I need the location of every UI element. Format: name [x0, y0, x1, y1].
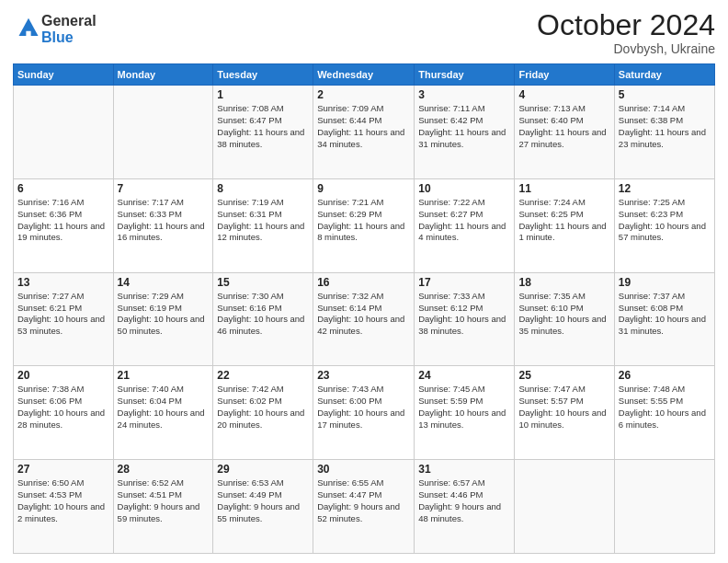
cell-sun-info: Sunrise: 7:24 AMSunset: 6:25 PMDaylight:…: [518, 197, 609, 244]
calendar-cell: 14Sunrise: 7:29 AMSunset: 6:19 PMDayligh…: [113, 272, 213, 366]
cell-sun-info: Sunrise: 7:37 AMSunset: 6:08 PMDaylight:…: [619, 291, 711, 338]
day-number: 19: [619, 276, 711, 289]
day-number: 3: [418, 88, 510, 101]
calendar-cell: [614, 460, 714, 554]
cell-sun-info: Sunrise: 7:09 AMSunset: 6:44 PMDaylight:…: [317, 103, 410, 150]
day-number: 8: [217, 182, 309, 195]
day-number: 22: [217, 369, 309, 382]
day-number: 26: [619, 369, 711, 382]
logo-icon: [16, 17, 41, 42]
cell-sun-info: Sunrise: 6:55 AMSunset: 4:47 PMDaylight:…: [317, 477, 410, 524]
calendar-cell: 16Sunrise: 7:32 AMSunset: 6:14 PMDayligh…: [313, 272, 415, 366]
cell-sun-info: Sunrise: 7:48 AMSunset: 5:55 PMDaylight:…: [619, 384, 711, 431]
calendar-cell: 8Sunrise: 7:19 AMSunset: 6:31 PMDaylight…: [213, 178, 313, 272]
cell-sun-info: Sunrise: 6:50 AMSunset: 4:53 PMDaylight:…: [17, 477, 109, 524]
calendar-cell: 25Sunrise: 7:47 AMSunset: 5:57 PMDayligh…: [515, 366, 614, 460]
day-number: 29: [217, 463, 309, 476]
calendar-cell: 15Sunrise: 7:30 AMSunset: 6:16 PMDayligh…: [213, 272, 313, 366]
weekday-header-thursday: Thursday: [415, 64, 515, 86]
day-number: 21: [118, 369, 210, 382]
calendar-table: SundayMondayTuesdayWednesdayThursdayFrid…: [13, 63, 715, 554]
day-number: 23: [317, 369, 410, 382]
calendar-cell: [14, 86, 114, 179]
cell-sun-info: Sunrise: 7:19 AMSunset: 6:31 PMDaylight:…: [217, 197, 309, 244]
calendar-cell: 20Sunrise: 7:38 AMSunset: 6:06 PMDayligh…: [14, 366, 114, 460]
calendar-cell: 31Sunrise: 6:57 AMSunset: 4:46 PMDayligh…: [415, 460, 515, 554]
day-number: 24: [418, 369, 510, 382]
day-number: 9: [317, 182, 410, 195]
cell-sun-info: Sunrise: 7:38 AMSunset: 6:06 PMDaylight:…: [17, 384, 109, 431]
cell-sun-info: Sunrise: 7:33 AMSunset: 6:12 PMDaylight:…: [418, 291, 510, 338]
day-number: 14: [118, 276, 210, 289]
cell-sun-info: Sunrise: 7:45 AMSunset: 5:59 PMDaylight:…: [418, 384, 510, 431]
weekday-header-saturday: Saturday: [614, 64, 714, 86]
weekday-header-friday: Friday: [515, 64, 614, 86]
cell-sun-info: Sunrise: 6:53 AMSunset: 4:49 PMDaylight:…: [217, 477, 309, 524]
day-number: 13: [17, 276, 109, 289]
calendar-cell: 28Sunrise: 6:52 AMSunset: 4:51 PMDayligh…: [113, 460, 213, 554]
calendar-cell: 29Sunrise: 6:53 AMSunset: 4:49 PMDayligh…: [213, 460, 313, 554]
cell-sun-info: Sunrise: 7:08 AMSunset: 6:47 PMDaylight:…: [217, 103, 309, 150]
day-number: 31: [418, 463, 510, 476]
cell-sun-info: Sunrise: 7:32 AMSunset: 6:14 PMDaylight:…: [317, 291, 410, 338]
day-number: 20: [17, 369, 109, 382]
calendar-cell: 23Sunrise: 7:43 AMSunset: 6:00 PMDayligh…: [313, 366, 415, 460]
calendar-cell: 30Sunrise: 6:55 AMSunset: 4:47 PMDayligh…: [313, 460, 415, 554]
day-number: 12: [619, 182, 711, 195]
weekday-header-wednesday: Wednesday: [313, 64, 415, 86]
day-number: 6: [17, 182, 109, 195]
calendar-cell: 2Sunrise: 7:09 AMSunset: 6:44 PMDaylight…: [313, 86, 415, 179]
calendar-cell: 13Sunrise: 7:27 AMSunset: 6:21 PMDayligh…: [14, 272, 114, 366]
cell-sun-info: Sunrise: 7:47 AMSunset: 5:57 PMDaylight:…: [518, 384, 609, 431]
logo: General Blue: [13, 13, 97, 45]
day-number: 4: [518, 88, 609, 101]
weekday-header-monday: Monday: [113, 64, 213, 86]
day-number: 15: [217, 276, 309, 289]
calendar-cell: 3Sunrise: 7:11 AMSunset: 6:42 PMDaylight…: [415, 86, 515, 179]
calendar-cell: 1Sunrise: 7:08 AMSunset: 6:47 PMDaylight…: [213, 86, 313, 179]
logo-blue-text: Blue: [41, 29, 97, 46]
calendar-cell: 11Sunrise: 7:24 AMSunset: 6:25 PMDayligh…: [515, 178, 614, 272]
day-number: 11: [518, 182, 609, 195]
day-number: 18: [518, 276, 609, 289]
calendar-cell: 4Sunrise: 7:13 AMSunset: 6:40 PMDaylight…: [515, 86, 614, 179]
calendar-cell: 6Sunrise: 7:16 AMSunset: 6:36 PMDaylight…: [14, 178, 114, 272]
calendar-cell: 24Sunrise: 7:45 AMSunset: 5:59 PMDayligh…: [415, 366, 515, 460]
title-block: October 2024 Dovbysh, Ukraine: [537, 9, 715, 56]
day-number: 10: [418, 182, 510, 195]
cell-sun-info: Sunrise: 7:35 AMSunset: 6:10 PMDaylight:…: [518, 291, 609, 338]
cell-sun-info: Sunrise: 7:42 AMSunset: 6:02 PMDaylight:…: [217, 384, 309, 431]
cell-sun-info: Sunrise: 7:29 AMSunset: 6:19 PMDaylight:…: [118, 291, 210, 338]
calendar-cell: 5Sunrise: 7:14 AMSunset: 6:38 PMDaylight…: [614, 86, 714, 179]
day-number: 2: [317, 88, 410, 101]
calendar-cell: 7Sunrise: 7:17 AMSunset: 6:33 PMDaylight…: [113, 178, 213, 272]
calendar-cell: 9Sunrise: 7:21 AMSunset: 6:29 PMDaylight…: [313, 178, 415, 272]
logo-general-text: General: [41, 13, 97, 29]
month-title: October 2024: [537, 9, 715, 41]
location: Dovbysh, Ukraine: [537, 41, 715, 56]
calendar-cell: 26Sunrise: 7:48 AMSunset: 5:55 PMDayligh…: [614, 366, 714, 460]
cell-sun-info: Sunrise: 7:25 AMSunset: 6:23 PMDaylight:…: [619, 197, 711, 244]
day-number: 1: [217, 88, 309, 101]
calendar-cell: 27Sunrise: 6:50 AMSunset: 4:53 PMDayligh…: [14, 460, 114, 554]
day-number: 16: [317, 276, 410, 289]
page-header: General Blue October 2024 Dovbysh, Ukrai…: [13, 9, 715, 56]
calendar-cell: 10Sunrise: 7:22 AMSunset: 6:27 PMDayligh…: [415, 178, 515, 272]
svg-rect-1: [26, 30, 30, 37]
calendar-cell: 17Sunrise: 7:33 AMSunset: 6:12 PMDayligh…: [415, 272, 515, 366]
cell-sun-info: Sunrise: 6:57 AMSunset: 4:46 PMDaylight:…: [418, 477, 510, 524]
calendar-cell: [515, 460, 614, 554]
calendar-cell: 18Sunrise: 7:35 AMSunset: 6:10 PMDayligh…: [515, 272, 614, 366]
day-number: 17: [418, 276, 510, 289]
day-number: 7: [118, 182, 210, 195]
cell-sun-info: Sunrise: 7:17 AMSunset: 6:33 PMDaylight:…: [118, 197, 210, 244]
weekday-header-sunday: Sunday: [14, 64, 114, 86]
calendar-cell: [113, 86, 213, 179]
cell-sun-info: Sunrise: 7:14 AMSunset: 6:38 PMDaylight:…: [619, 103, 711, 150]
cell-sun-info: Sunrise: 7:21 AMSunset: 6:29 PMDaylight:…: [317, 197, 410, 244]
calendar-cell: 22Sunrise: 7:42 AMSunset: 6:02 PMDayligh…: [213, 366, 313, 460]
weekday-header-tuesday: Tuesday: [213, 64, 313, 86]
day-number: 25: [518, 369, 609, 382]
cell-sun-info: Sunrise: 7:13 AMSunset: 6:40 PMDaylight:…: [518, 103, 609, 150]
cell-sun-info: Sunrise: 7:27 AMSunset: 6:21 PMDaylight:…: [17, 291, 109, 338]
